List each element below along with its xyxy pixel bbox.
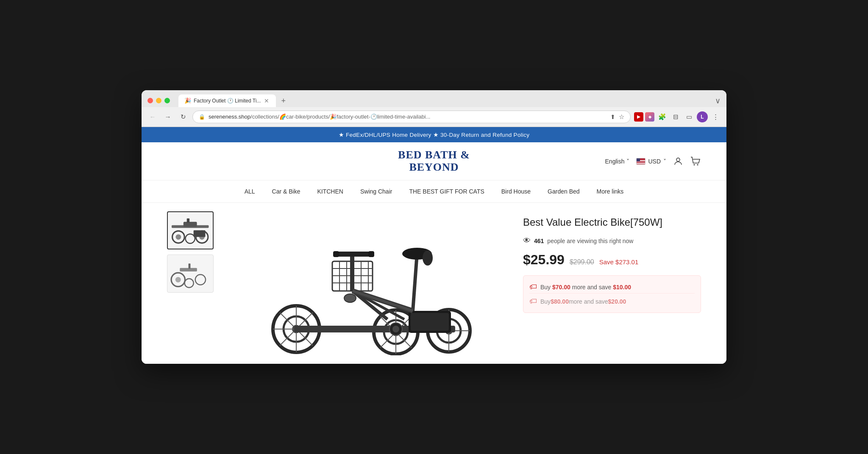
us-flag-icon [636,158,645,165]
svg-point-49 [344,294,356,302]
viewers-row: 👁 461 people are viewing this right now [523,236,701,245]
svg-point-0 [676,158,680,161]
account-button[interactable] [673,156,683,166]
tab-bar: 🎉 Factory Outlet 🕐 Limited Ti... ✕ + [178,94,711,107]
svg-point-2 [697,164,698,165]
browser-titlebar: 🎉 Factory Outlet 🕐 Limited Ti... ✕ + ∨ [142,90,726,107]
svg-point-14 [195,274,206,285]
address-url: sereneness.shop/collections/🌈car-bike/pr… [209,114,607,120]
svg-rect-16 [189,263,191,269]
discount-row-2: 🏷 Buy$80.00more and save$20.00 [529,293,695,307]
thumbnail-2[interactable] [167,255,214,293]
currency-label: USD [648,158,661,165]
refresh-button[interactable]: ↻ [177,111,189,123]
site-logo[interactable]: BED BATH & BEYOND [398,149,470,173]
prisma-extension[interactable]: ◈ [645,112,654,122]
share-icon[interactable]: ⬆ [610,114,615,120]
tab-close-button[interactable]: ✕ [263,97,270,104]
viewers-count: 461 [534,238,544,244]
price-row: $25.99 $299.00 Save $273.01 [523,252,701,268]
toolbar-actions: ▶ ◈ 🧩 ⊟ ▭ L ⋮ [634,111,721,123]
more-options-button[interactable]: ⋮ [709,111,721,123]
logo-text: BED BATH & BEYOND [398,149,470,173]
svg-rect-39 [411,313,449,331]
cart-button[interactable] [690,156,701,167]
active-tab[interactable]: 🎉 Factory Outlet 🕐 Limited Ti... ✕ [178,94,276,107]
back-button[interactable]: ← [147,111,159,123]
nav-item-garden-bed[interactable]: Garden Bed [539,185,588,197]
svg-point-58 [423,250,433,266]
tab-title: Factory Outlet 🕐 Limited Ti... [194,98,261,104]
discount-box: 🏷 Buy $70.00 more and save $10.00 🏷 Buy$… [523,275,701,313]
new-tab-button[interactable]: + [278,95,289,107]
product-section: Best Value Electric Bike[750W] 👁 461 peo… [142,203,726,364]
price-save: Save $273.01 [599,258,639,266]
product-info: Best Value Electric Bike[750W] 👁 461 peo… [523,211,701,355]
profile-button[interactable]: L [697,111,708,122]
browser-toolbar: ← → ↻ 🔒 sereneness.shop/collections/🌈car… [142,107,726,127]
price-original: $299.00 [570,258,594,266]
window-controls[interactable]: ∨ [715,96,721,105]
close-button[interactable] [147,98,153,103]
tab-favicon: 🎉 [184,97,191,104]
language-label: English [605,158,625,165]
svg-point-8 [186,234,195,244]
svg-rect-53 [334,252,370,257]
announcement-text: ★ FedEx/DHL/UPS Home Delivery ★ 30-Day R… [339,132,530,138]
svg-rect-55 [368,251,374,257]
discount-row-1: 🏷 Buy $70.00 more and save $10.00 [529,281,695,293]
svg-point-1 [694,164,695,165]
site-content: ★ FedEx/DHL/UPS Home Delivery ★ 30-Day R… [142,127,726,364]
svg-point-5 [176,235,181,240]
url-domain: sereneness.shop [209,114,250,120]
traffic-lights [147,98,170,103]
maximize-button[interactable] [164,98,170,103]
language-selector[interactable]: English ˅ [605,158,630,165]
currency-selector[interactable]: USD ˅ [636,158,666,165]
product-image-main [231,211,510,355]
header-right: English ˅ USD ˅ [470,156,701,167]
url-path: /collections/🌈car-bike/products/🎉factory… [250,114,430,120]
sidebar-button[interactable]: ▭ [683,111,695,123]
header-center: BED BATH & BEYOND [398,149,470,173]
extensions-button[interactable]: 🧩 [656,111,668,123]
nav-item-more-links[interactable]: More links [588,185,632,197]
nav-item-swing-chair[interactable]: Swing Chair [352,185,401,197]
nav-item-all[interactable]: ALL [236,185,264,197]
nav-item-kitchen[interactable]: KITCHEN [309,185,351,197]
language-dropdown-icon: ˅ [626,158,629,165]
discount-tag-1: 🏷 [529,282,537,291]
discount-text-1: Buy $70.00 more and save $10.00 [540,284,631,291]
svg-rect-10 [187,219,189,223]
svg-point-17 [185,278,194,287]
svg-rect-54 [333,251,339,257]
svg-point-62 [392,326,399,332]
product-title: Best Value Electric Bike[750W] [523,216,701,229]
announcement-bar: ★ FedEx/DHL/UPS Home Delivery ★ 30-Day R… [142,127,726,142]
address-bar[interactable]: 🔒 sereneness.shop/collections/🌈car-bike/… [192,111,631,123]
site-nav: ALL Car & Bike KITCHEN Swing Chair THE B… [142,180,726,203]
currency-dropdown-icon: ˅ [663,158,666,165]
svg-rect-9 [184,222,197,227]
product-thumbnails [167,211,218,355]
lock-icon: 🔒 [199,114,205,120]
svg-point-13 [175,277,181,282]
thumbnail-1[interactable] [167,211,214,249]
youtube-extension[interactable]: ▶ [634,112,643,122]
svg-rect-15 [180,268,197,271]
eye-icon: 👁 [523,236,531,245]
tab-manager-button[interactable]: ⊟ [670,111,682,123]
viewers-text: people are viewing this right now [547,238,633,244]
nav-item-bird-house[interactable]: Bird House [493,185,539,197]
discount-text-2: Buy$80.00more and save$20.00 [540,298,626,305]
discount-tag-2: 🏷 [529,297,537,306]
nav-item-car-bike[interactable]: Car & Bike [264,185,309,197]
browser-window: 🎉 Factory Outlet 🕐 Limited Ti... ✕ + ∨ ←… [142,90,726,364]
svg-line-56 [413,254,417,311]
svg-rect-11 [194,230,206,237]
forward-button[interactable]: → [162,111,174,123]
nav-item-cats[interactable]: THE BEST GIFT FOR CATS [401,185,492,197]
minimize-button[interactable] [156,98,161,103]
star-icon[interactable]: ☆ [619,113,624,121]
price-current: $25.99 [523,252,565,268]
